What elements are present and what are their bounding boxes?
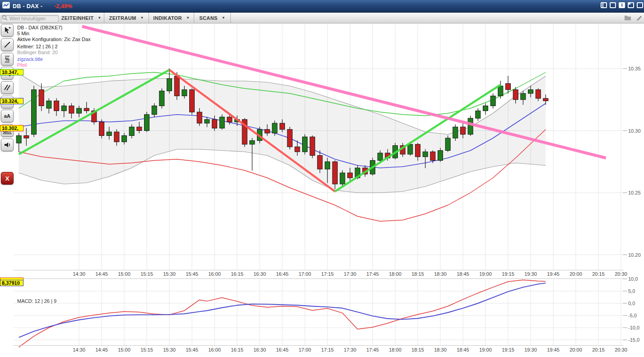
legend-keltner: Keltner: 12 | 26 | 2 — [17, 44, 91, 50]
legend-symbol: DB - DAX (DB2KE7) — [17, 25, 91, 31]
legend-pfeil-link[interactable]: Pfeil — [17, 62, 91, 68]
legend-configuration: Aktive Konfiguration: Zic Zax Dax — [17, 37, 91, 42]
legend-bollinger: Bollinger Band: 20 — [17, 50, 91, 56]
trading-app: { "titlebar": { "title": "DB - DAX -", "… — [0, 0, 644, 357]
legend-zigzag-link[interactable]: zigzack.title — [17, 56, 91, 62]
chart-legend: DB - DAX (DB2KE7) 5 Min Aktive Konfigura… — [17, 25, 91, 68]
legend-interval: 5 Min — [17, 31, 91, 37]
chart-canvas[interactable] — [0, 0, 644, 357]
macd-legend: MACD: 12 | 26 | 9 — [17, 298, 56, 304]
